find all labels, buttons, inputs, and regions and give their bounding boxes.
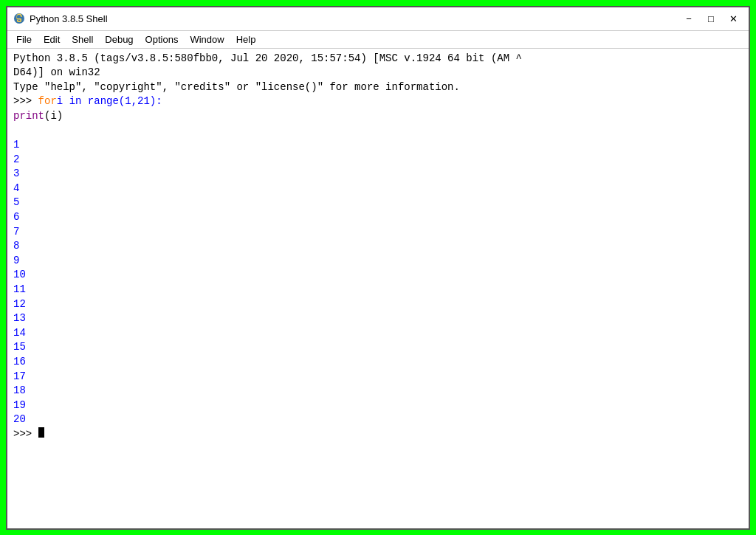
output-10: 10 xyxy=(13,268,743,283)
python-shell-window: Python 3.8.5 Shell − □ ✕ FileEditShellDe… xyxy=(6,6,750,530)
prompt-1: >>> xyxy=(13,94,38,109)
menu-item-debug[interactable]: Debug xyxy=(99,32,139,46)
output-6: 6 xyxy=(13,210,743,225)
shell-content[interactable]: Python 3.8.5 (tags/v3.8.5:580fbb0, Jul 2… xyxy=(7,49,749,528)
title-bar: Python 3.8.5 Shell − □ ✕ xyxy=(7,7,749,31)
title-bar-left: Python 3.8.5 Shell xyxy=(13,13,108,24)
menu-item-shell[interactable]: Shell xyxy=(66,32,99,46)
output-13: 13 xyxy=(13,311,743,326)
output-9: 9 xyxy=(13,254,743,269)
output-17: 17 xyxy=(13,370,743,384)
code-line-2: print (i) xyxy=(13,109,743,124)
output-19: 19 xyxy=(13,398,743,413)
cursor xyxy=(38,427,44,438)
menu-item-options[interactable]: Options xyxy=(140,32,185,46)
func-args: (i) xyxy=(44,109,63,124)
empty-line xyxy=(13,123,743,138)
header-line-1: Python 3.8.5 (tags/v3.8.5:580fbb0, Jul 2… xyxy=(13,52,743,66)
code-rest-1: i in range(1,21): xyxy=(57,94,162,109)
window-controls: − □ ✕ xyxy=(679,11,743,26)
menu-item-help[interactable]: Help xyxy=(230,32,262,46)
header-line-2: D64)] on win32 xyxy=(13,66,743,80)
final-prompt-line[interactable]: >>> xyxy=(13,427,743,442)
output-5: 5 xyxy=(13,196,743,210)
func-print: print xyxy=(13,109,44,124)
header-line-3: Type "help", "copyright", "credits" or "… xyxy=(13,80,743,95)
output-7: 7 xyxy=(13,225,743,240)
output-11: 11 xyxy=(13,283,743,297)
output-18: 18 xyxy=(13,384,743,398)
python-icon xyxy=(13,13,25,24)
close-button[interactable]: ✕ xyxy=(724,11,743,26)
output-8: 8 xyxy=(13,239,743,254)
output-2: 2 xyxy=(13,153,743,168)
output-4: 4 xyxy=(13,182,743,196)
output-16: 16 xyxy=(13,355,743,370)
output-1: 1 xyxy=(13,138,743,153)
output-20: 20 xyxy=(13,413,743,427)
menu-item-window[interactable]: Window xyxy=(184,32,230,46)
maximize-button[interactable]: □ xyxy=(701,11,721,26)
minimize-button[interactable]: − xyxy=(679,11,698,26)
output-12: 12 xyxy=(13,297,743,312)
output-3: 3 xyxy=(13,167,743,182)
menu-item-file[interactable]: File xyxy=(10,32,38,46)
output-14: 14 xyxy=(13,326,743,341)
keyword-for: for xyxy=(38,94,57,109)
final-prompt: >>> xyxy=(13,427,38,442)
output-15: 15 xyxy=(13,340,743,355)
menu-bar: FileEditShellDebugOptionsWindowHelp xyxy=(7,31,749,49)
window-title: Python 3.8.5 Shell xyxy=(30,13,108,24)
code-line-1: >>> for i in range(1,21): xyxy=(13,94,743,109)
menu-item-edit[interactable]: Edit xyxy=(38,32,66,46)
